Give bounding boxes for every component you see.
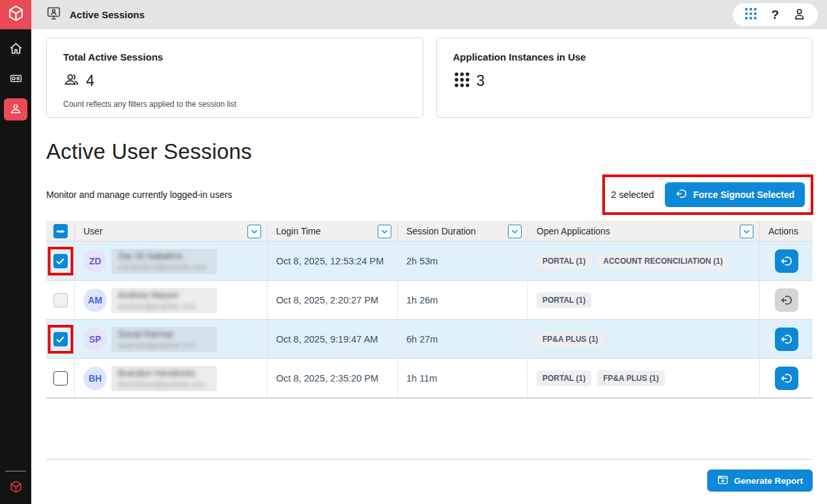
blurred-user-identity: Zac Di Sabatino zdisabatino@graphite.com: [111, 249, 217, 274]
force-signout-label: Force Signout Selected: [693, 189, 794, 200]
avatar: ZD: [83, 249, 107, 273]
selection-controls: 2 selected Force Signout Selected: [611, 182, 805, 207]
help-button[interactable]: ?: [771, 8, 779, 21]
login-time-cell: Oct 8, 2025, 2:35:20 PM: [268, 359, 398, 398]
signout-icon: [780, 333, 793, 346]
user-name-blurred: Zac Di Sabatino: [118, 251, 209, 261]
cube-logo-icon: [7, 5, 25, 25]
apps-grid-button[interactable]: [744, 7, 758, 23]
actions-cell: [760, 242, 813, 281]
column-header-user: User: [75, 221, 268, 242]
generate-report-label: Generate Report: [734, 476, 803, 486]
card-total-active-sessions: Total Active Sessions 4 Count re: [46, 38, 423, 118]
table-row: ZD Zac Di Sabatino zdisabatino@graphite.…: [46, 242, 813, 281]
row-checkbox-cell: [46, 359, 75, 398]
chevron-down-icon: [380, 227, 389, 236]
table-row: BH Brandon Hendricks bhendricks@graphite…: [46, 359, 813, 398]
user-cell: ZD Zac Di Sabatino zdisabatino@graphite.…: [75, 242, 268, 281]
column-label: Login Time: [276, 226, 320, 236]
selected-count: 2 selected: [611, 189, 654, 200]
brand-logo[interactable]: [0, 0, 31, 29]
select-all-cell: [46, 221, 75, 242]
column-label: Session Duration: [406, 226, 476, 236]
login-time-filter-dropdown[interactable]: [378, 225, 391, 238]
cube-logo-small-icon[interactable]: [9, 480, 23, 496]
app-root: Active Sessions ?: [0, 0, 827, 504]
row-checkbox-cell: [46, 242, 75, 281]
section-subtitle: Monitor and manage currently logged-in u…: [46, 189, 232, 200]
chevron-down-icon: [249, 227, 259, 236]
main-panel: Active Sessions ?: [31, 0, 827, 504]
sessions-table: User Login Time Session Duration: [46, 221, 813, 399]
check-icon: [55, 335, 65, 344]
column-label: User: [83, 226, 103, 236]
force-signout-row-button[interactable]: [775, 367, 798, 390]
row-checkbox-cell: [46, 281, 75, 320]
row-checkbox[interactable]: [53, 293, 68, 307]
sidebar-nav: [0, 38, 31, 120]
chevron-down-icon: [510, 227, 520, 236]
sidebar-item-console[interactable]: [0, 68, 31, 91]
table-row: SP Sonal Parmar sparmar@graphite.com Oct…: [46, 320, 813, 359]
sidebar-item-home[interactable]: [0, 38, 31, 61]
topbar-actions: ?: [733, 3, 818, 26]
generate-report-button[interactable]: Generate Report: [707, 469, 813, 492]
login-time-cell: Oct 8, 2025, 12:53:24 PM: [268, 242, 398, 281]
column-header-open-applications: Open Applications: [528, 221, 760, 242]
footer-divider: [46, 459, 813, 460]
row-checkbox[interactable]: [53, 332, 68, 346]
column-label: Open Applications: [537, 226, 610, 236]
open-applications-cell: PORTAL (1) ACCOUNT RECONCILIATION (1): [528, 242, 760, 281]
table-header-row: User Login Time Session Duration: [46, 221, 813, 242]
user-name-blurred: Andrew Mason: [118, 290, 209, 300]
open-applications-cell: PORTAL (1): [528, 281, 760, 320]
session-duration-cell: 1h 11m: [398, 359, 528, 398]
session-duration-cell: 6h 27m: [398, 320, 528, 359]
user-filter-dropdown[interactable]: [247, 225, 261, 238]
user-email-blurred: amason@graphite.com: [118, 302, 209, 310]
avatar: BH: [83, 367, 107, 390]
column-header-actions: Actions: [760, 221, 813, 242]
app-tag: PORTAL (1): [537, 292, 591, 308]
session-duration-cell: 2h 53m: [398, 242, 528, 281]
card-value: 4: [86, 72, 94, 90]
column-label: Actions: [768, 226, 798, 236]
actions-cell: [760, 320, 813, 359]
sidebar-item-active-sessions[interactable]: [4, 98, 27, 120]
actions-cell: [760, 359, 813, 398]
row-checkbox[interactable]: [53, 371, 68, 385]
app-tag: FP&A PLUS (1): [537, 331, 604, 347]
top-bar: Active Sessions ?: [31, 0, 827, 29]
user-cell: SP Sonal Parmar sparmar@graphite.com: [75, 320, 268, 359]
user-account-button[interactable]: [792, 7, 807, 23]
avatar: SP: [83, 328, 107, 351]
sidebar-divider: [5, 471, 26, 471]
signout-icon: [780, 255, 793, 268]
user-cell: BH Brandon Hendricks bhendricks@graphite…: [75, 359, 268, 398]
login-time-cell: Oct 8, 2025, 2:20:27 PM: [268, 281, 398, 320]
force-signout-selected-button[interactable]: Force Signout Selected: [665, 182, 805, 207]
user-cell: AM Andrew Mason amason@graphite.com: [75, 281, 268, 320]
duration-filter-dropdown[interactable]: [508, 225, 522, 238]
card-title: Total Active Sessions: [63, 51, 406, 63]
user-email-blurred: zdisabatino@graphite.com: [118, 263, 209, 271]
card-title: Application Instances in Use: [453, 51, 796, 63]
row-checkbox[interactable]: [53, 254, 68, 268]
console-card-icon: [9, 72, 23, 87]
users-icon: [63, 71, 80, 91]
footer-actions: Generate Report: [46, 469, 813, 492]
summary-cards: Total Active Sessions 4 Count re: [46, 38, 813, 118]
session-duration-cell: 1h 26m: [398, 281, 528, 320]
avatar: AM: [83, 288, 107, 312]
user-email-blurred: bhendricks@graphite.com: [118, 380, 209, 388]
force-signout-row-button[interactable]: [775, 328, 798, 351]
page-title: Active Sessions: [70, 9, 145, 20]
user-name-blurred: Sonal Parmar: [118, 329, 209, 339]
actions-cell: [760, 281, 813, 320]
table-row: AM Andrew Mason amason@graphite.com Oct …: [46, 281, 813, 320]
home-icon: [8, 41, 23, 58]
applications-filter-dropdown[interactable]: [740, 225, 753, 238]
force-signout-row-button[interactable]: [775, 249, 798, 273]
apps-grid-icon: [453, 71, 471, 91]
select-all-checkbox[interactable]: [53, 224, 68, 238]
